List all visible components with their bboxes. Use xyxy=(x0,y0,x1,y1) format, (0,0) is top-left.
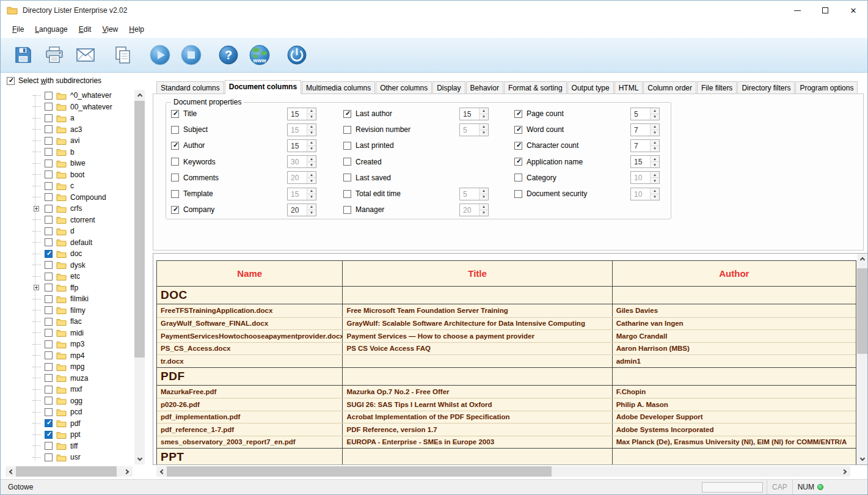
tree-item-etc[interactable]: etc xyxy=(1,271,134,282)
close-button[interactable]: ✕ xyxy=(839,1,867,20)
tree-item-muza[interactable]: muza xyxy=(1,373,134,384)
tree-item-mp3[interactable]: mp3 xyxy=(1,339,134,350)
email-button[interactable] xyxy=(71,41,100,69)
tree-item-a[interactable]: a xyxy=(1,112,134,124)
preview-vertical-scrollbar[interactable] xyxy=(857,254,867,464)
tree-checkbox[interactable] xyxy=(45,92,53,100)
tree-checkbox[interactable] xyxy=(45,238,53,246)
help-button[interactable]: ? xyxy=(214,41,243,69)
tree-item-flac[interactable]: flac xyxy=(1,316,134,328)
spin-down-icon[interactable]: ▼ xyxy=(651,130,659,136)
category-checkbox[interactable] xyxy=(514,174,522,182)
minimize-button[interactable] xyxy=(783,1,811,20)
spin-up-icon[interactable]: ▲ xyxy=(651,108,659,114)
tree-checkbox[interactable] xyxy=(45,351,53,359)
play-button[interactable] xyxy=(146,41,174,69)
tree-checkbox[interactable] xyxy=(45,442,53,450)
title-checkbox[interactable] xyxy=(171,110,179,118)
tree-item-00-whatever[interactable]: 00_whatever xyxy=(1,101,134,113)
spin-down-icon[interactable]: ▼ xyxy=(307,114,316,120)
tree-item-pcd[interactable]: pcd xyxy=(1,406,134,418)
save-button[interactable] xyxy=(9,41,37,69)
spin-up-icon[interactable]: ▲ xyxy=(307,172,316,178)
spin-down-icon[interactable]: ▼ xyxy=(307,194,316,200)
revision-number-checkbox[interactable] xyxy=(343,126,351,134)
power-button[interactable] xyxy=(283,41,311,69)
tree-checkbox[interactable] xyxy=(45,114,53,122)
page-count-width-spinner[interactable]: 5▲▼ xyxy=(630,108,660,120)
tree-item-0-whatever[interactable]: ^0_whatever xyxy=(1,90,134,101)
spin-down-icon[interactable]: ▼ xyxy=(651,194,659,200)
spin-down-icon[interactable]: ▼ xyxy=(307,130,316,136)
spin-down-icon[interactable]: ▼ xyxy=(480,210,488,216)
tree-item-crfs[interactable]: crfs xyxy=(1,203,134,215)
tab-standard-columns[interactable]: Standard columns xyxy=(156,81,224,94)
tree-checkbox[interactable] xyxy=(45,408,53,416)
tree-checkbox[interactable] xyxy=(45,227,53,235)
expand-icon[interactable] xyxy=(34,285,39,290)
tree-item-mp4[interactable]: mp4 xyxy=(1,350,134,362)
keywords-checkbox[interactable] xyxy=(171,158,179,166)
spin-down-icon[interactable]: ▼ xyxy=(307,210,316,216)
tab-multimedia-columns[interactable]: Multimedia columns xyxy=(302,81,375,94)
tree-item-d[interactable]: d xyxy=(1,226,134,237)
company-checkbox[interactable] xyxy=(171,206,179,214)
tab-output-type[interactable]: Output type xyxy=(567,81,614,94)
stop-button[interactable] xyxy=(177,41,205,69)
tree-item-ctorrent[interactable]: ctorrent xyxy=(1,215,134,226)
tab-display[interactable]: Display xyxy=(432,81,465,94)
spin-down-icon[interactable]: ▼ xyxy=(651,162,659,167)
tree-checkbox[interactable] xyxy=(45,273,53,280)
company-width-spinner[interactable]: 20▲▼ xyxy=(287,204,316,216)
tree-item-mxf[interactable]: mxf xyxy=(1,384,134,395)
spin-up-icon[interactable]: ▲ xyxy=(480,108,488,114)
scroll-thumb[interactable] xyxy=(167,466,552,477)
subject-checkbox[interactable] xyxy=(171,126,179,134)
spin-down-icon[interactable]: ▼ xyxy=(307,162,316,167)
tree-checkbox[interactable] xyxy=(45,306,53,314)
word-count-checkbox[interactable] xyxy=(514,126,522,134)
spin-up-icon[interactable]: ▲ xyxy=(480,124,488,130)
tree-checkbox[interactable] xyxy=(45,103,53,111)
tab-behavior[interactable]: Behavior xyxy=(466,81,503,94)
www-button[interactable]: www xyxy=(246,41,274,69)
last-saved-checkbox[interactable] xyxy=(343,174,351,182)
tree-checkbox[interactable] xyxy=(45,397,53,405)
word-count-width-spinner[interactable]: 7▲▼ xyxy=(630,123,660,136)
tree-item-boot[interactable]: boot xyxy=(1,169,134,181)
tree-checkbox[interactable] xyxy=(45,340,53,348)
tree-checkbox[interactable] xyxy=(45,205,53,213)
preview-horizontal-scrollbar[interactable] xyxy=(156,466,850,477)
title-width-spinner[interactable]: 15▲▼ xyxy=(287,108,316,120)
document-security-width-spinner[interactable]: 10▲▼ xyxy=(630,188,660,200)
tree-checkbox[interactable] xyxy=(45,453,53,461)
scroll-right-arrow[interactable] xyxy=(840,466,850,477)
document-security-checkbox[interactable] xyxy=(514,190,522,198)
revision-number-width-spinner[interactable]: 5▲▼ xyxy=(459,123,489,136)
spin-up-icon[interactable]: ▲ xyxy=(307,108,316,114)
tree-checkbox[interactable] xyxy=(45,182,53,190)
tree-item-doc[interactable]: doc xyxy=(1,248,134,260)
tree-horizontal-scrollbar[interactable] xyxy=(5,466,133,477)
tree-item-b[interactable]: b xyxy=(1,147,134,158)
tree-item-midi[interactable]: midi xyxy=(1,328,134,339)
menu-edit[interactable]: Edit xyxy=(73,23,97,36)
spin-down-icon[interactable]: ▼ xyxy=(651,178,659,183)
author-checkbox[interactable] xyxy=(171,142,179,150)
tab-other-columns[interactable]: Other columns xyxy=(376,81,432,94)
scroll-up-arrow[interactable] xyxy=(857,254,867,264)
spin-up-icon[interactable]: ▲ xyxy=(307,124,316,130)
tree-item-biwe[interactable]: biwe xyxy=(1,158,134,169)
tree-item-default[interactable]: default xyxy=(1,237,134,249)
author-width-spinner[interactable]: 15▲▼ xyxy=(287,139,316,152)
tree-checkbox[interactable] xyxy=(45,363,53,371)
scroll-thumb[interactable] xyxy=(134,101,145,358)
spin-up-icon[interactable]: ▲ xyxy=(651,124,659,130)
last-author-width-spinner[interactable]: 15▲▼ xyxy=(459,108,489,120)
subject-width-spinner[interactable]: 15▲▼ xyxy=(287,123,316,136)
scroll-right-arrow[interactable] xyxy=(122,466,133,477)
expand-icon[interactable] xyxy=(34,206,39,211)
tree-checkbox[interactable] xyxy=(45,431,53,439)
tree-checkbox[interactable] xyxy=(45,125,53,133)
tree-item-dysk[interactable]: dysk xyxy=(1,260,134,271)
